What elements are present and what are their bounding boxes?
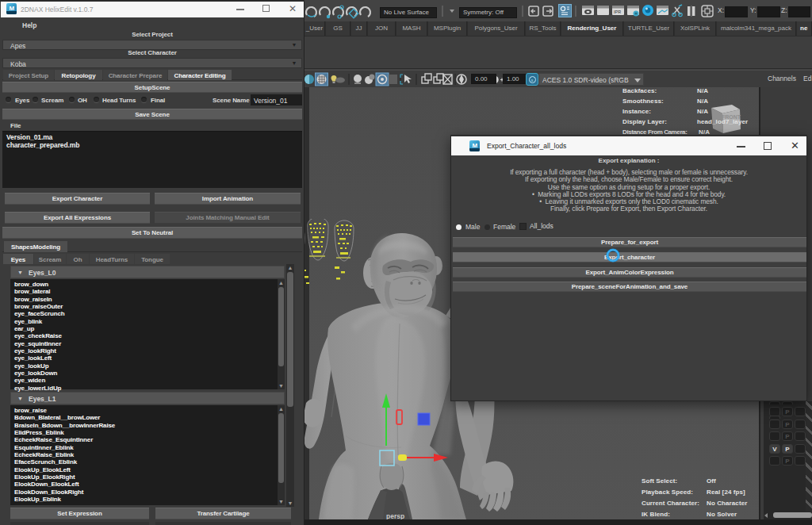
svg-text:IPR: IPR bbox=[614, 10, 621, 14]
